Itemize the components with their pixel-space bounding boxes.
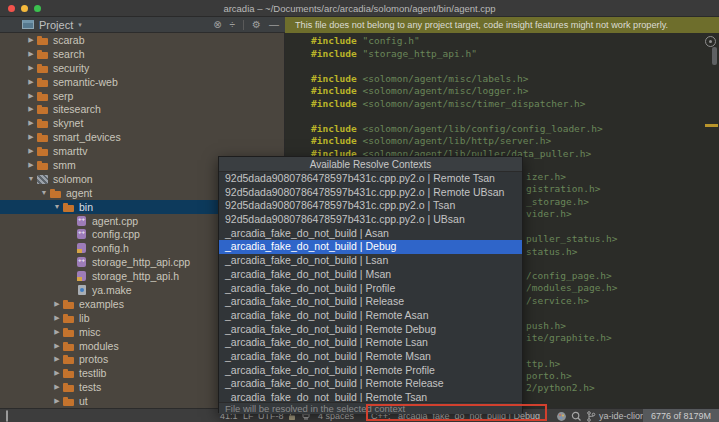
tree-item-label: ya.make [92,284,132,296]
annotation-highlight-rectangle [366,404,547,421]
chevron-collapsed-icon[interactable]: ▶ [51,383,63,391]
folder-icon [50,187,63,199]
tree-item-label: protos [79,353,108,365]
project-panel-title[interactable]: Project [39,19,73,31]
popup-item[interactable]: _arcadia_fake_do_not_build | Release [219,295,522,309]
popup-item[interactable]: _arcadia_fake_do_not_build | Remote Tsan [219,391,522,402]
code-line [311,60,719,73]
popup-item[interactable]: _arcadia_fake_do_not_build | Remote Asan [219,309,522,323]
editor-scrollbar-thumb[interactable] [712,47,717,65]
folder-icon [63,353,76,365]
popup-item[interactable]: _arcadia_fake_do_not_build | Lsan [219,254,522,268]
tree-item-label: ut [79,395,88,407]
tree-item-smart_devices[interactable]: ▶smart_devices [0,130,284,144]
tree-item-label: bin [79,201,93,213]
tree-item-skynet[interactable]: ▶skynet [0,116,284,130]
inspections-eye-icon[interactable] [705,36,716,47]
search-icon[interactable] [571,411,581,421]
folder-icon [37,117,50,129]
popup-item[interactable]: _arcadia_fake_do_not_build | Remote Lsan [219,336,522,350]
chevron-collapsed-icon[interactable]: ▶ [25,92,37,100]
chevron-collapsed-icon[interactable]: ▶ [51,342,63,350]
tree-item-semantic-web[interactable]: ▶semantic-web [0,75,284,89]
tree-item-label: tests [79,381,101,393]
tree-item-label: scarab [53,34,85,46]
tree-item-label: storage_http_api.h [92,270,179,282]
tree-item-label: smm [53,159,76,171]
tool-window-toggle-icon[interactable] [6,411,16,421]
tree-item-label: skynet [53,117,83,129]
locate-file-button[interactable]: ⊗ [213,17,221,33]
chevron-collapsed-icon[interactable]: ▶ [51,355,63,363]
code-fragment: /service.h> [526,295,589,306]
code-fragment: izer.h> [526,171,566,182]
cpp-icon [76,215,89,227]
tree-item-serp[interactable]: ▶serp [0,89,284,103]
chevron-collapsed-icon[interactable]: ▶ [51,328,63,336]
code-line: #include <solomon/agent/misc/logger.h> [311,85,719,98]
tree-item-label: testlib [79,367,106,379]
code-area: #include "config.h"#include "storage_htt… [285,33,719,160]
code-fragment: vider.h> [526,208,572,219]
chevron-collapsed-icon[interactable]: ▶ [25,161,37,169]
code-line: #include <solomon/agent/lib/config/confi… [311,123,719,136]
settings-gear-icon[interactable]: ⚙ [252,17,261,33]
tree-item-label: search [53,48,85,60]
chevron-collapsed-icon[interactable]: ▶ [51,300,63,308]
ide-window: arcadia – ~/Documents/arc/arcadia/solomo… [0,0,719,422]
tree-item-label: lib [79,312,90,324]
tree-item-label: agent.cpp [92,215,138,227]
chevron-collapsed-icon[interactable]: ▶ [25,147,37,155]
folder-icon [37,145,50,157]
popup-item[interactable]: 92d5dada9080786478597b431c.cpp.py2.o | T… [219,199,522,213]
code-fragment: push.h> [526,320,566,331]
title-bar: arcadia – ~/Documents/arc/arcadia/solomo… [0,0,719,17]
chevron-collapsed-icon[interactable]: ▶ [25,105,37,113]
popup-item[interactable]: 92d5dada9080786478597b431c.cpp.py2.o | U… [219,213,522,227]
chevron-expanded-icon[interactable]: ▼ [38,189,50,196]
tree-item-scarab[interactable]: ▶scarab [0,33,284,47]
popup-item[interactable]: _arcadia_fake_do_not_build | Profile [219,282,522,296]
chevron-collapsed-icon[interactable]: ▶ [25,64,37,72]
chevron-collapsed-icon[interactable]: ▶ [25,36,37,44]
code-line: #include "config.h" [311,35,719,48]
folder-icon [37,103,50,115]
popup-item[interactable]: _arcadia_fake_do_not_build | Remote Prof… [219,364,522,378]
popup-item[interactable]: 92d5dada9080786478597b431c.cpp.py2.o | R… [219,186,522,200]
warning-stripe-mark[interactable] [705,124,718,127]
popup-item[interactable]: _arcadia_fake_do_not_build | Remote Rele… [219,377,522,391]
chevron-down-icon[interactable]: ▾ [78,21,82,29]
popup-item[interactable]: 92d5dada9080786478597b431c.cpp.py2.o | R… [219,172,522,186]
tree-item-search[interactable]: ▶search [0,47,284,61]
tree-item-label: examples [79,298,124,310]
chevron-collapsed-icon[interactable]: ▶ [51,397,63,405]
popup-item[interactable]: _arcadia_fake_do_not_build | Asan [219,227,522,241]
theme-palette-icon[interactable] [556,411,566,421]
popup-item[interactable]: _arcadia_fake_do_not_build | Remote Debu… [219,323,522,337]
code-fragment: 2/python2.h> [526,382,595,393]
tree-item-sitesearch[interactable]: ▶sitesearch [0,102,284,116]
collapse-all-button[interactable]: ÷ [230,17,236,33]
tree-item-label: config.h [92,242,129,254]
tree-item-label: solomon [53,173,93,185]
popup-item-selected[interactable]: _arcadia_fake_do_not_build | Debug [219,240,522,254]
chevron-expanded-icon[interactable]: ▼ [51,203,63,210]
chevron-collapsed-icon[interactable]: ▶ [25,78,37,86]
popup-item[interactable]: _arcadia_fake_do_not_build | Remote Msan [219,350,522,364]
popup-item[interactable]: _arcadia_fake_do_not_build | Msan [219,268,522,282]
memory-indicator[interactable]: 6776 of 8179M [643,409,719,422]
tree-item-label: sitesearch [53,103,101,115]
hide-panel-button[interactable]: — [269,17,279,33]
popup-item-list[interactable]: 92d5dada9080786478597b431c.cpp.py2.o | R… [219,172,522,402]
chevron-collapsed-icon[interactable]: ▶ [25,50,37,58]
chevron-collapsed-icon[interactable]: ▶ [51,369,63,377]
code-fragment: _storage.h> [526,196,589,207]
editor-warning-banner: This file does not belong to any project… [285,17,719,33]
chevron-collapsed-icon[interactable]: ▶ [25,133,37,141]
git-branch-icon[interactable] [586,411,596,421]
tree-item-security[interactable]: ▶security [0,61,284,75]
popup-title: Available Resolve Contexts [219,157,522,172]
chevron-collapsed-icon[interactable]: ▶ [51,314,63,322]
chevron-expanded-icon[interactable]: ▼ [25,175,37,182]
chevron-collapsed-icon[interactable]: ▶ [25,119,37,127]
